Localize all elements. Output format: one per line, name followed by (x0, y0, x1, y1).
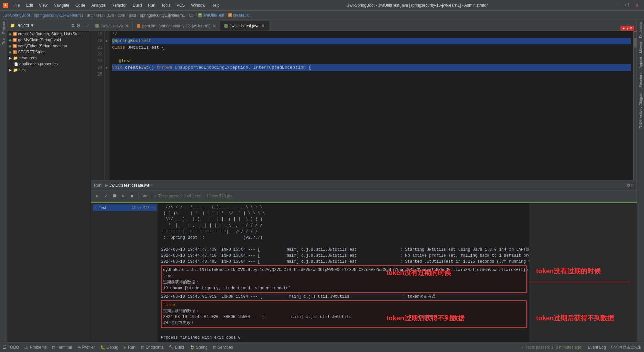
tree-item-createjwt[interactable]: ◆ m createJwt(Integer, String, List<Stri… (7, 31, 91, 37)
tab-pom[interactable]: pom.xml (springsecurity-13-jwt-learn1) ✕ (133, 21, 220, 31)
endpoints-icon: ◻ (141, 345, 144, 350)
tab-close-3[interactable]: ✕ (261, 23, 265, 28)
status-run[interactable]: ▶ Run (124, 345, 136, 350)
breadcrumb-method[interactable]: createJwt (233, 13, 250, 18)
layout-icon[interactable]: ⬚ (631, 182, 634, 188)
minimize-button[interactable]: — (613, 1, 622, 9)
right-label-structure[interactable]: Structure (638, 70, 643, 90)
maximize-button[interactable]: □ (623, 1, 632, 9)
close-button[interactable]: ✕ (633, 1, 641, 9)
menu-refactor[interactable]: Refactor (109, 2, 129, 8)
console-line-8: 2024-03-10 19:44:47.410 INFO 15504 --- [… (161, 253, 527, 259)
rerun-button[interactable]: ▶ (94, 193, 101, 199)
right-label-appsot[interactable]: Appsot (638, 55, 643, 70)
tree-label-test: test (19, 68, 26, 72)
code-content[interactable]: */ @SpringBootTest class JwtUtilsTest { … (109, 31, 633, 180)
tree-item-resources[interactable]: ▶ 📁 resources (7, 55, 91, 61)
event-log[interactable]: Event Log (588, 345, 606, 350)
menu-analyze[interactable]: Analyze (89, 2, 108, 8)
status-services[interactable]: ◻ Services (213, 345, 233, 350)
expand-button[interactable]: ≫ (141, 193, 148, 199)
run-label[interactable]: Run (1, 36, 6, 46)
status-todo[interactable]: ☰ TODO (3, 345, 19, 350)
spring-label: Spring (196, 345, 208, 350)
breadcrumb-part-2[interactable]: springsecurity-13-jwt-learn1 (34, 13, 83, 18)
menu-window[interactable]: Window (188, 2, 208, 8)
tab-dot-2 (137, 24, 140, 28)
tab-dot-1 (95, 24, 99, 28)
menu-help[interactable]: Help (209, 2, 222, 8)
test-check-icon: ✓ (94, 205, 97, 210)
menu-code[interactable]: Code (73, 2, 88, 8)
annotation-text-1: token没有过期的时候 (536, 267, 601, 276)
menu-run[interactable]: Run (145, 2, 158, 8)
code-editor[interactable]: 19 20 21 22 23 24 25 ▶ ▶ */ @SpringBootT… (91, 31, 637, 180)
tree-item-test[interactable]: ▶ 📁 test (7, 67, 91, 73)
tree-item-appprops[interactable]: 📄 application.properties (7, 61, 91, 67)
breadcrumb-class[interactable]: JwtUtilsTest (203, 13, 224, 18)
project-label[interactable]: Project (1, 20, 6, 36)
problems-label: Problems (30, 345, 47, 350)
menu-file[interactable]: File (11, 2, 22, 8)
run-tab-close[interactable]: ✕ (150, 183, 153, 187)
sort-asc-button[interactable]: ⇅ (120, 193, 127, 199)
run-status: ✓ Tests passed: 1 of 1 test – 12 sec 528… (154, 194, 232, 198)
status-right: ✓ Tests passed: 1 (8 minutes ago) Event … (521, 345, 641, 350)
tree-method-icon-2: m (13, 38, 17, 42)
red-box-2: false 过期后获得的数据： 2024-03-10 19:45:01.020 … (161, 300, 527, 328)
stop-button[interactable]: ⏹ (111, 193, 118, 199)
status-build[interactable]: 🔨 Build (169, 345, 184, 350)
menu-build[interactable]: Build (130, 2, 145, 8)
right-label-maven[interactable]: Maven (638, 40, 643, 55)
breadcrumb-icon-test: T (198, 13, 202, 17)
panel-action-2[interactable]: ⚙ (76, 22, 82, 29)
status-endpoints[interactable]: ◻ Endpoints (141, 345, 163, 350)
right-label-database[interactable]: Database (638, 20, 643, 40)
project-tree: ◆ m createJwt(Integer, String, List<Stri… (7, 31, 91, 342)
console-wrapper: (/\ / /___'_ __ _ _(_)_ __ __ _ \ \ \ \ … (158, 203, 529, 342)
menu-view[interactable]: View (36, 2, 50, 8)
test-tree-item[interactable]: ✓ Test 12 sec 528 ms (93, 204, 157, 211)
test-folder-icon: 📁 (13, 68, 18, 72)
run-label-status: Run (128, 345, 136, 350)
tree-item-secret[interactable]: ◆ f SECRET:String (7, 49, 91, 55)
tab-close-2[interactable]: ✕ (213, 23, 216, 28)
event-log-label: Event Log (588, 345, 606, 350)
tree-item-getmyclaim[interactable]: ◆ m getMyClaim(String):void (7, 37, 91, 43)
project-panel: 📁 Project ▼ ≡ ⚙ — ◆ m createJwt(Integer,… (7, 20, 91, 342)
status-spring[interactable]: 🍃 Spring (190, 345, 208, 350)
status-debug[interactable]: 🐛 Debug (100, 345, 118, 350)
panel-action-1[interactable]: ≡ (71, 22, 75, 29)
menu-navigate[interactable]: Navigate (51, 2, 72, 8)
run-tab-main[interactable]: ▶ JwtUtilsTest.createJwt ✕ (105, 183, 153, 188)
window-controls[interactable]: — □ ✕ (613, 1, 641, 9)
tab-close-1[interactable]: ✕ (125, 23, 128, 28)
status-problems[interactable]: ⚠ Problems (24, 345, 47, 350)
sort-desc-button[interactable]: ⇵ (129, 193, 136, 199)
right-label-rnn[interactable]: RNN: Activity-Diagram (638, 90, 643, 130)
tab-jwtutils[interactable]: JwtUtils.java ✕ (91, 21, 133, 31)
breadcrumb-part-7: jsxs (129, 13, 136, 18)
breadcrumb-icon-method: M (228, 13, 232, 17)
tree-label-resources: resources (19, 56, 37, 60)
check-button[interactable]: ✓ (103, 193, 109, 199)
tab-dot-3 (224, 24, 228, 28)
menu-edit[interactable]: Edit (23, 2, 36, 8)
console-line-4: ' |____| .__|_| |_|_| |_\__, | / / / / (161, 222, 527, 229)
settings-icon[interactable]: ⚙ (627, 182, 630, 188)
tree-item-verifytoken[interactable]: ◆ m verifyToken(String):boolean (7, 43, 91, 49)
menu-vcs[interactable]: VCS (174, 2, 188, 8)
tree-label-secret: SECRET:String (18, 50, 46, 54)
profiler-label: Profiler (82, 345, 95, 350)
error-marker (634, 31, 637, 32)
todo-icon: ☰ (3, 345, 6, 350)
tab-jwtutiilstest[interactable]: JwtUtilsTest.java ✕ (220, 21, 269, 31)
status-terminal[interactable]: ◻ Terminal (52, 345, 72, 350)
menu-bar[interactable]: File Edit View Navigate Code Analyze Ref… (11, 2, 222, 8)
breadcrumb-part-1[interactable]: Jwt-SpringBoot (3, 13, 30, 18)
status-profiler[interactable]: ◎ Profiler (77, 345, 95, 350)
panel-action-minimize[interactable]: — (82, 22, 88, 29)
menu-tools[interactable]: Tools (159, 2, 173, 8)
editor-scrollbar[interactable] (633, 31, 637, 180)
console-output[interactable]: (/\ / /___'_ __ _ _(_)_ __ __ _ \ \ \ \ … (158, 203, 529, 342)
